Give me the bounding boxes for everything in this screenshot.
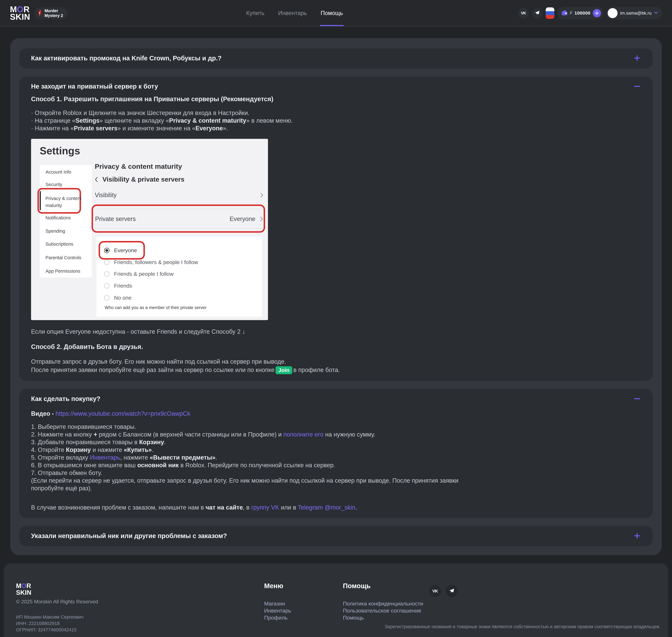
screenshot-subheading: Visibility & private servers <box>102 176 184 183</box>
chevron-down-icon <box>654 12 658 15</box>
faq-question: Указали неправильный ник или другие проб… <box>31 532 227 540</box>
collapse-button[interactable] <box>634 84 640 89</box>
footer-menu-title: Меню <box>264 582 291 590</box>
radio-icon <box>104 271 110 277</box>
footer-trademark-note: Зарегистрированные названия и товарные з… <box>385 624 660 629</box>
plus-icon <box>634 533 640 539</box>
footer-link-privacy-policy[interactable]: Политика конфиденциальности <box>343 600 423 607</box>
balance-amount: 100000 <box>575 11 590 16</box>
footer-help-column: Помощь Политика конфиденциальности Польз… <box>343 582 423 621</box>
vk-icon: VK <box>521 11 526 15</box>
faq-question-row[interactable]: Как активировать промокод на Knife Crown… <box>31 54 640 62</box>
sidebar-item-spending: Spending <box>45 229 65 234</box>
footer-link-profile[interactable]: Профиль <box>264 614 291 621</box>
currency-symbol: ₽ <box>570 11 573 16</box>
screenshot-section-heading: Privacy & content maturity <box>95 163 182 170</box>
private-servers-row: Private servers Everyone <box>95 209 263 229</box>
footer-link-inventory[interactable]: Инвентарь <box>264 607 291 614</box>
nav-inventory[interactable]: Инвентарь <box>278 0 307 26</box>
purchase-steps: 1. Выберите понравившиеся товары. 2. Наж… <box>31 423 640 492</box>
telegram-social-button[interactable] <box>532 8 542 18</box>
sidebar-item-notifications: Notifications <box>45 215 71 220</box>
legal-inn: ИНН: 222108802918 <box>16 620 83 626</box>
private-servers-value: Everyone <box>229 216 255 222</box>
faq-item-wrong-nickname: Указали неправильный ник или другие проб… <box>19 526 653 546</box>
radio-icon <box>104 295 110 301</box>
step-line: 4. Откройте Корзину и нажмите «Купить». <box>31 446 640 454</box>
screenshot-sidebar: Account Info Security Privacy & content … <box>40 165 92 277</box>
step-line: 7. Отправьте обмен боту. <box>31 469 640 477</box>
sidebar-item-account-info: Account Info <box>45 169 71 175</box>
nav-buy[interactable]: Купить <box>246 0 264 26</box>
footer-vk-button[interactable]: VK <box>429 585 441 597</box>
chevron-right-icon <box>260 193 263 198</box>
radio-option-friends: Friends <box>104 283 132 289</box>
faq-container: Как активировать промокод на Knife Crown… <box>10 38 662 555</box>
faq-question: Не заходит на приватный сервер к боту <box>31 83 158 90</box>
nav-active-indicator <box>320 25 344 26</box>
radio-selected-icon <box>104 248 110 253</box>
bullet-line: · На странице «Settings» щелкните на вкл… <box>31 117 640 124</box>
faq-question-row[interactable]: Указали неправильный ник или другие проб… <box>31 532 640 540</box>
sidebar-item-subscriptions: Subscriptions <box>45 241 73 247</box>
wallet-icon <box>561 10 567 16</box>
header-right-cluster: VK ₽ 100000 <box>518 7 662 19</box>
collapse-button[interactable] <box>634 396 640 402</box>
faq-question-row[interactable]: Как сделать покупку? <box>31 395 640 402</box>
minus-icon <box>634 396 640 402</box>
radio-option-friends-followers: Friends, followers & people I follow <box>104 259 198 265</box>
faq-question-row[interactable]: Не заходит на приватный сервер к боту <box>31 83 640 90</box>
faq-answer: Способ 1. Разрешить приглашения на Прива… <box>31 95 640 374</box>
footer-link-help[interactable]: Помощь <box>343 614 423 621</box>
brand-o-accent: O <box>21 582 26 589</box>
faq-item-promocode: Как активировать промокод на Knife Crown… <box>19 48 653 69</box>
expand-button[interactable] <box>634 55 640 61</box>
sidebar-item-parental-controls: Parental Controls <box>45 255 81 260</box>
user-menu[interactable]: im.sama@bk.ru <box>606 7 662 19</box>
expand-button[interactable] <box>634 533 640 539</box>
screenshot-settings-title: Settings <box>40 145 80 157</box>
radio-option-no-one: No one <box>104 295 132 301</box>
roblox-settings-screenshot-image: Settings Account Info Security Privacy &… <box>31 139 268 320</box>
method2-paragraph: Отправьте запрос в друзья боту. Его ник … <box>31 358 640 374</box>
footer-brand-logo[interactable]: MOR SKIN <box>16 582 31 595</box>
avatar <box>608 8 618 18</box>
nav-help[interactable]: Помощь <box>321 0 343 26</box>
footer-telegram-button[interactable] <box>446 585 458 597</box>
screenshot-subheading-row: Visibility & private servers <box>95 176 184 183</box>
step-line: 5. Откройте вкладку Инвентарь, нажмите «… <box>31 454 640 461</box>
knife-icon <box>37 8 42 18</box>
step-line: (Если перейти на сервер не удается, отпр… <box>31 477 640 485</box>
minus-icon <box>634 84 640 89</box>
russia-flag-icon[interactable] <box>546 7 554 19</box>
balance-widget[interactable]: ₽ 100000 <box>558 7 603 19</box>
footer-link-shop[interactable]: Магазин <box>264 600 291 607</box>
footer-help-title: Помощь <box>343 582 423 590</box>
game-selector-murder-mystery-2[interactable]: Murder Mystery 2 <box>34 7 68 19</box>
vk-social-button[interactable]: VK <box>518 8 529 18</box>
video-link-line[interactable]: Видео - https://www.youtube.com/watch?v=… <box>31 410 640 417</box>
step-line: 3. Добавьте понравившиеся товары в Корзи… <box>31 438 640 446</box>
user-email: im.sama@bk.ru <box>620 11 652 16</box>
telegram-icon <box>535 11 540 16</box>
plus-icon <box>595 11 599 15</box>
step-line: попробуйте ещё раз). <box>31 485 640 492</box>
header: MOR SKIN Murder Mystery 2 Купить Инвента… <box>0 0 672 26</box>
radio-option-everyone: Everyone <box>104 247 137 254</box>
text-line: После принятия заявки попробуйте ещё раз… <box>31 366 640 374</box>
telegram-icon <box>449 588 454 594</box>
footer-link-user-agreement[interactable]: Пользовательское соглашение <box>343 607 423 614</box>
faq-answer: Видео - https://www.youtube.com/watch?v=… <box>31 410 640 511</box>
footer: MOR SKIN © 2025 Morskin All Rights Reser… <box>4 563 668 637</box>
top-up-balance-button[interactable] <box>593 9 601 17</box>
radio-icon <box>104 259 110 265</box>
step-line: 1. Выберите понравившиеся товары. <box>31 423 640 431</box>
footer-legal-info: ИП Мошкин Максим Сергеевич ИНН: 22210880… <box>16 614 83 633</box>
vk-icon: VK <box>432 589 438 594</box>
step-line: 6. В открывшемся окне впишите ваш основн… <box>31 461 640 469</box>
sidebar-item-app-permissions: App Permissions <box>45 269 80 274</box>
brand-logo-line2: SKIN <box>10 12 30 21</box>
method1-steps: · Откройте Roblox и Щелкните на значок Ш… <box>31 109 640 132</box>
brand-logo[interactable]: MOR SKIN <box>10 6 30 21</box>
faq-item-how-to-buy: Как сделать покупку? Видео - https://www… <box>19 389 653 518</box>
